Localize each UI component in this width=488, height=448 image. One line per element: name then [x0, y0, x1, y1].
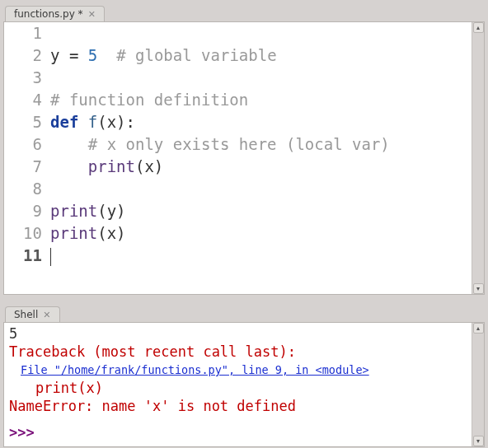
text-cursor — [50, 248, 51, 266]
code-area[interactable]: y = 5 # global variable# function defini… — [50, 22, 472, 294]
editor-content-wrap: 1234567891011 y = 5 # global variable# f… — [3, 21, 485, 295]
close-icon[interactable]: ✕ — [88, 9, 96, 20]
code-line[interactable]: print(y) — [50, 200, 472, 222]
editor-pane: functions.py * ✕ 1234567891011 y = 5 # g… — [0, 0, 488, 298]
scroll-down-icon[interactable]: ▾ — [473, 283, 484, 294]
code-line[interactable]: # function definition — [50, 89, 472, 111]
code-line[interactable] — [50, 67, 472, 89]
code-line[interactable]: def f(x): — [50, 111, 472, 133]
code-line[interactable]: print(x) — [50, 156, 472, 178]
shell-stderr-line: Traceback (most recent call last): — [9, 343, 467, 361]
shell-tab[interactable]: Shell ✕ — [5, 306, 60, 322]
shell-stderr-line: NameError: name 'x' is not defined — [9, 397, 467, 415]
code-line[interactable]: print(x) — [50, 222, 472, 245]
editor-tab-row: functions.py * ✕ — [3, 3, 485, 21]
code-editor[interactable]: 1234567891011 y = 5 # global variable# f… — [4, 22, 472, 294]
shell-output[interactable]: 5Traceback (most recent call last):File … — [4, 323, 472, 443]
code-line[interactable] — [50, 22, 472, 44]
shell-stderr-line: print(x) — [35, 379, 467, 397]
code-line[interactable]: y = 5 # global variable — [50, 44, 472, 67]
line-number-gutter: 1234567891011 — [4, 22, 50, 294]
line-number: 8 — [4, 178, 42, 200]
line-number: 10 — [4, 222, 42, 245]
close-icon[interactable]: ✕ — [43, 310, 50, 320]
code-line[interactable] — [50, 245, 472, 267]
line-number: 6 — [4, 133, 42, 156]
scroll-up-icon[interactable]: ▴ — [473, 22, 484, 33]
line-number: 2 — [4, 44, 42, 67]
line-number: 9 — [4, 200, 42, 222]
line-number: 3 — [4, 67, 42, 89]
line-number: 4 — [4, 89, 42, 111]
line-number: 11 — [4, 245, 42, 267]
shell-content-wrap: 5Traceback (most recent call last):File … — [3, 322, 485, 447]
editor-content[interactable]: 1234567891011 y = 5 # global variable# f… — [4, 22, 472, 294]
code-line[interactable]: # x only exists here (local var) — [50, 133, 472, 156]
shell-tab-label: Shell — [14, 309, 38, 320]
code-line[interactable] — [50, 178, 472, 200]
shell-stdout-line: 5 — [9, 324, 467, 343]
shell-content[interactable]: 5Traceback (most recent call last):File … — [4, 323, 472, 446]
scroll-down-icon[interactable]: ▾ — [473, 436, 484, 446]
traceback-link[interactable]: File "/home/frank/functions.py", line 9,… — [21, 361, 467, 379]
shell-pane: Shell ✕ 5Traceback (most recent call las… — [0, 301, 488, 448]
line-number: 5 — [4, 111, 42, 133]
scroll-up-icon[interactable]: ▴ — [473, 323, 484, 334]
shell-scrollbar[interactable]: ▴ ▾ — [472, 323, 484, 446]
editor-scrollbar[interactable]: ▴ ▾ — [472, 22, 484, 294]
shell-tab-row: Shell ✕ — [3, 304, 485, 322]
line-number: 7 — [4, 156, 42, 178]
editor-tab[interactable]: functions.py * ✕ — [5, 6, 105, 21]
shell-prompt[interactable]: >>> — [9, 423, 467, 441]
line-number: 1 — [4, 22, 42, 44]
editor-tab-label: functions.py * — [14, 8, 83, 20]
